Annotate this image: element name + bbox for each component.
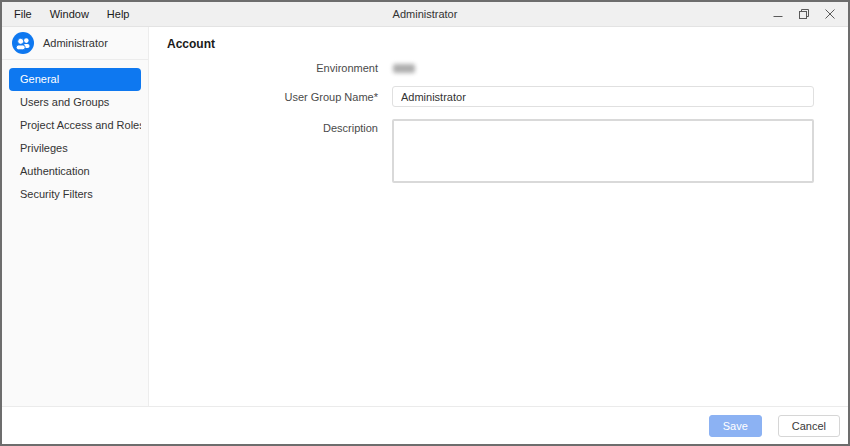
- application-window: File Window Help Administrator: [0, 0, 850, 446]
- sidebar-item-general[interactable]: General: [9, 68, 141, 91]
- save-button[interactable]: Save: [709, 415, 762, 437]
- environment-label: Environment: [167, 62, 378, 74]
- menu-window[interactable]: Window: [41, 3, 98, 26]
- cancel-button[interactable]: Cancel: [778, 415, 840, 437]
- footer-bar: Save Cancel: [2, 406, 848, 444]
- main-content: Account Environment User Group Name* Des…: [149, 27, 848, 406]
- restore-button[interactable]: [794, 5, 813, 24]
- sidebar-item-security-filters[interactable]: Security Filters: [9, 183, 141, 206]
- sidebar-header: Administrator: [2, 27, 148, 60]
- minimize-button[interactable]: [768, 5, 787, 24]
- user-group-avatar-icon: [12, 32, 34, 54]
- menubar: File Window Help: [2, 3, 138, 26]
- environment-value-redacted: [393, 64, 415, 73]
- description-row: Description: [167, 119, 814, 183]
- user-group-name-row: User Group Name*: [167, 86, 814, 107]
- sidebar: Administrator General Users and Groups P…: [2, 27, 149, 406]
- titlebar: File Window Help Administrator: [2, 2, 848, 27]
- sidebar-item-privileges[interactable]: Privileges: [9, 137, 141, 160]
- environment-row: Environment: [167, 62, 814, 74]
- user-group-name-input[interactable]: [392, 86, 814, 107]
- window-controls: [768, 5, 848, 24]
- user-group-name-label: User Group Name*: [167, 91, 378, 103]
- description-label: Description: [167, 119, 378, 134]
- sidebar-item-authentication[interactable]: Authentication: [9, 160, 141, 183]
- menu-help[interactable]: Help: [98, 3, 139, 26]
- sidebar-user-group-name: Administrator: [43, 37, 108, 49]
- sidebar-nav: General Users and Groups Project Access …: [2, 60, 148, 206]
- sidebar-item-project-access-and-roles[interactable]: Project Access and Roles: [9, 114, 141, 137]
- app-body: Administrator General Users and Groups P…: [2, 27, 848, 406]
- restore-icon: [799, 9, 809, 19]
- minimize-icon: [773, 9, 783, 19]
- page-title: Account: [167, 37, 814, 51]
- close-button[interactable]: [820, 5, 839, 24]
- sidebar-item-users-and-groups[interactable]: Users and Groups: [9, 91, 141, 114]
- menu-file[interactable]: File: [5, 3, 41, 26]
- close-icon: [825, 9, 835, 19]
- description-textarea[interactable]: [392, 119, 814, 183]
